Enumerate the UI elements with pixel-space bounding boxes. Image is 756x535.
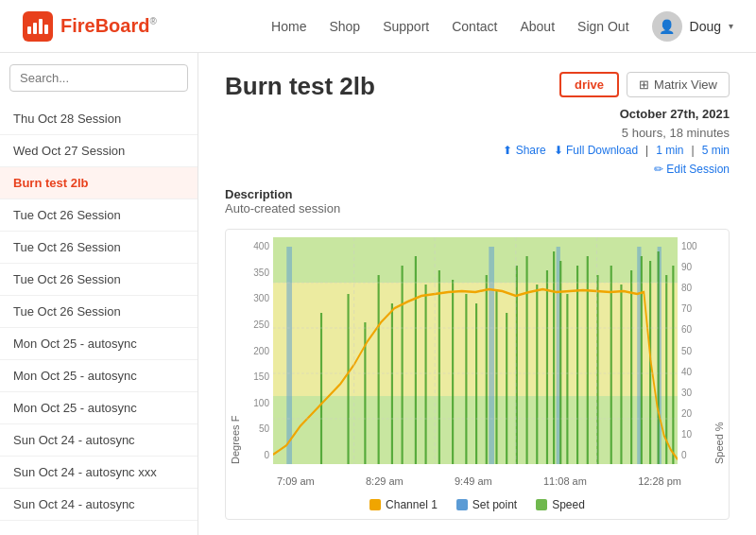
svg-rect-24 (596, 275, 598, 464)
sidebar: Thu Oct 28 Session Wed Oct 27 Session Bu… (0, 53, 198, 535)
setpoint-mark (489, 247, 494, 464)
x-tick-2: 8:29 am (366, 475, 404, 487)
x-tick-3: 9:49 am (455, 475, 492, 487)
x-tick-5: 12:28 pm (638, 475, 681, 487)
legend-setpoint: Set point (456, 498, 517, 511)
sidebar-item-tue-oct26-1[interactable]: Tue Oct 26 Session (0, 199, 198, 232)
svg-rect-9 (452, 280, 454, 464)
svg-rect-25 (610, 266, 612, 464)
svg-rect-27 (630, 270, 632, 464)
svg-rect-28 (641, 256, 643, 464)
sidebar-item-mon-oct25-3[interactable]: Mon Oct 25 - autosync (0, 392, 198, 424)
session-duration: 5 hours, 18 minutes (503, 124, 730, 143)
view-toggle: drive ⊞ Matrix View (559, 72, 730, 97)
sidebar-item-sun-oct24-2[interactable]: Sun Oct 24 - autosync xxx (0, 457, 198, 489)
logo-bars (27, 19, 48, 34)
session-meta: October 27th, 2021 5 hours, 18 minutes ⬆… (503, 105, 730, 178)
svg-rect-4 (391, 303, 393, 464)
svg-rect-11 (475, 303, 477, 464)
setpoint-mark (286, 247, 292, 464)
svg-rect-1 (347, 294, 349, 464)
sidebar-item-tue-oct26-3[interactable]: Tue Oct 26 Session (0, 264, 198, 296)
svg-rect-18 (546, 270, 548, 464)
legend-channel1-label: Channel 1 (386, 498, 438, 511)
svg-rect-16 (526, 256, 528, 464)
navigation: FireBoard® Home Shop Support Contact Abo… (0, 0, 756, 53)
chart-plot (273, 237, 678, 464)
logo-icon (23, 11, 53, 42)
sidebar-item-wed-oct27[interactable]: Wed Oct 27 Session (0, 135, 198, 167)
sidebar-item-mon-oct25-2[interactable]: Mon Oct 25 - autosync (0, 360, 198, 392)
chart-legend: Channel 1 Set point Speed (226, 491, 729, 519)
session-header: Burn test 2lb drive ⊞ Matrix View Octobe… (225, 72, 730, 178)
legend-setpoint-dot (456, 499, 468, 510)
svg-rect-21 (566, 294, 568, 464)
svg-rect-19 (553, 251, 555, 464)
svg-rect-0 (320, 313, 322, 464)
app-layout: Thu Oct 28 Session Wed Oct 27 Session Bu… (0, 53, 756, 535)
edit-session-link-row: ✏ Edit Session (503, 161, 730, 178)
share-link[interactable]: ⬆ Share (503, 142, 545, 159)
svg-rect-30 (658, 251, 660, 464)
description: Description Auto-created session (225, 187, 730, 216)
chevron-down-icon: ▾ (729, 21, 733, 31)
svg-rect-3 (378, 275, 380, 464)
header-actions: drive ⊞ Matrix View October 27th, 2021 5… (503, 72, 730, 178)
svg-rect-8 (438, 270, 440, 464)
description-label: Description (225, 187, 293, 201)
y-ticks-right: 0 10 20 30 40 50 60 70 80 90 100 (678, 237, 710, 464)
sidebar-item-tue-oct26-4[interactable]: Tue Oct 26 Session (0, 296, 198, 328)
nav-support[interactable]: Support (383, 19, 429, 34)
y-ticks-left: 0 50 100 150 200 250 300 350 400 (245, 237, 273, 464)
x-axis: 7:09 am 8:29 am 9:49 am 11:08 am 12:28 p… (226, 472, 729, 491)
legend-speed: Speed (536, 498, 585, 511)
svg-rect-26 (620, 285, 622, 464)
logo-text: FireBoard® (60, 15, 157, 37)
legend-speed-dot (536, 499, 547, 510)
5min-download-link[interactable]: 5 min (702, 142, 730, 159)
meta-links: ⬆ Share ⬇ Full Download | 1 min | 5 min (503, 142, 730, 159)
sidebar-item-mon-oct25-1[interactable]: Mon Oct 25 - autosync (0, 328, 198, 360)
edit-session-link[interactable]: ✏ Edit Session (654, 161, 730, 178)
avatar: 👤 (652, 11, 682, 42)
svg-rect-5 (402, 266, 404, 464)
sidebar-item-tue-oct26-2[interactable]: Tue Oct 26 Session (0, 232, 198, 264)
sidebar-item-sun-oct24-1[interactable]: Sun Oct 24 - autosync (0, 424, 198, 457)
sidebar-item-thu-oct28[interactable]: Thu Oct 28 Session (0, 103, 198, 135)
chart-container: Degrees F 0 50 100 150 200 250 300 350 4… (225, 229, 730, 520)
svg-rect-13 (495, 289, 497, 464)
nav-home[interactable]: Home (271, 19, 306, 34)
logo[interactable]: FireBoard® (23, 11, 157, 42)
chart-area: Degrees F 0 50 100 150 200 250 300 350 4… (226, 230, 729, 472)
y-axis-left-label: Degrees F (226, 230, 245, 472)
main-content: Burn test 2lb drive ⊞ Matrix View Octobe… (198, 53, 756, 535)
description-value: Auto-created session (225, 201, 340, 216)
nav-links: Home Shop Support Contact About Sign Out… (271, 11, 733, 42)
svg-rect-17 (536, 285, 538, 464)
nav-contact[interactable]: Contact (452, 19, 497, 34)
svg-rect-23 (587, 256, 589, 464)
nav-shop[interactable]: Shop (329, 19, 360, 34)
share-icon: ⬆ (503, 144, 512, 157)
matrix-button[interactable]: ⊞ Matrix View (627, 72, 730, 97)
user-menu[interactable]: 👤 Doug ▾ (652, 11, 733, 42)
grid-icon: ⊞ (639, 78, 649, 92)
sidebar-item-sun-oct24-3[interactable]: Sun Oct 24 - autosync (0, 489, 198, 521)
download-icon: ⬇ (554, 144, 563, 157)
1min-download-link[interactable]: 1 min (656, 142, 683, 159)
drive-button[interactable]: drive (559, 72, 619, 97)
session-date: October 27th, 2021 (503, 105, 730, 124)
nav-signout[interactable]: Sign Out (577, 19, 628, 34)
pencil-icon: ✏ (654, 163, 663, 176)
full-download-link[interactable]: ⬇ Full Download (554, 142, 638, 159)
y-axis-right-label: Speed % (710, 230, 729, 472)
sidebar-item-burn-test[interactable]: Burn test 2lb (0, 167, 198, 199)
nav-about[interactable]: About (520, 19, 555, 34)
legend-setpoint-label: Set point (472, 498, 517, 511)
x-tick-4: 11:08 am (543, 475, 587, 487)
svg-rect-31 (665, 275, 667, 464)
legend-channel1-dot (369, 499, 381, 510)
svg-rect-6 (415, 256, 417, 464)
search-input[interactable] (9, 64, 188, 92)
svg-rect-12 (486, 275, 488, 464)
